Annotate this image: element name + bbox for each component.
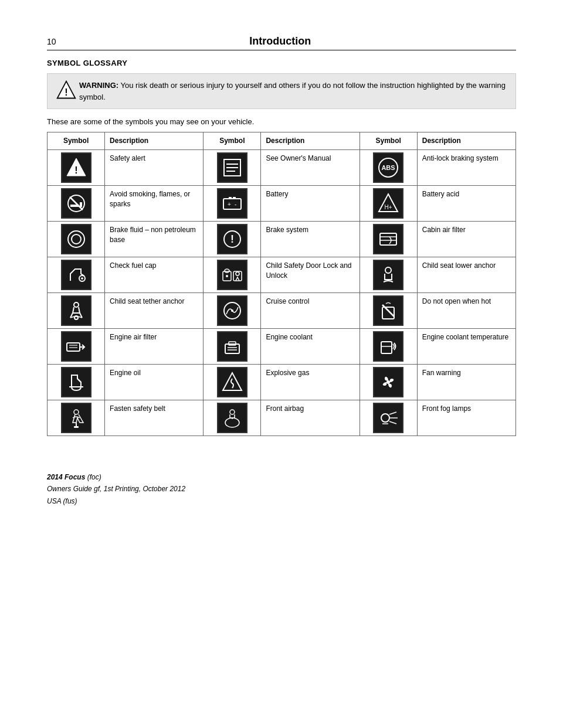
col-header-symbol2: Symbol (204, 132, 261, 150)
symbol-cell (204, 149, 261, 185)
footer-region-line: USA (fus) (47, 495, 516, 507)
col-header-symbol3: Symbol (359, 132, 417, 150)
desc-cell: Child seat tether anchor (105, 292, 204, 328)
table-row: Brake fluid – non petroleum base ! Brake… (48, 221, 516, 257)
desc-cell: Cruise control (261, 292, 359, 328)
symbol-cell: H+ (359, 185, 417, 221)
symbol-cell (48, 185, 105, 221)
svg-text:+: + (228, 201, 231, 207)
symbol-cell (359, 257, 417, 292)
svg-text:!: ! (65, 87, 67, 97)
symbol-cell (204, 257, 261, 292)
battery-acid-icon: H+ (373, 188, 403, 219)
svg-rect-32 (225, 269, 229, 273)
svg-point-33 (226, 275, 228, 277)
safety-alert-icon: ! (61, 152, 91, 183)
footer-guide-line: Owners Guide gf, 1st Printing, October 2… (47, 483, 516, 495)
symbol-cell (204, 364, 261, 400)
warning-label: WARNING: (79, 81, 118, 90)
desc-cell: Safety alert (105, 149, 204, 185)
brake-system-icon: ! (217, 224, 247, 254)
svg-point-59 (225, 418, 239, 427)
desc-cell: Engine oil (105, 364, 204, 400)
symbol-cell (48, 292, 105, 328)
symbol-cell (359, 364, 417, 400)
front-fog-lamps-icon (373, 403, 403, 433)
engine-coolant-icon (217, 331, 247, 362)
svg-point-36 (385, 267, 391, 273)
page-number: 10 (47, 37, 56, 46)
desc-cell: Fasten safety belt (105, 400, 204, 436)
desc-cell: Do not open when hot (417, 292, 515, 328)
abs-icon: ABS (373, 152, 403, 183)
col-header-symbol1: Symbol (48, 132, 105, 150)
warning-triangle-icon: ! (56, 80, 73, 97)
section-heading: SYMBOL GLOSSARY (47, 59, 516, 67)
symbol-cell (48, 364, 105, 400)
symbol-cell: ! (48, 149, 105, 185)
svg-point-21 (68, 231, 84, 247)
symbol-cell (204, 400, 261, 436)
desc-cell: Engine air filter (105, 328, 204, 364)
child-safety-door-lock-icon (217, 260, 247, 290)
engine-coolant-temp-icon (373, 331, 403, 362)
svg-point-40 (231, 309, 233, 312)
svg-point-35 (236, 272, 239, 275)
warning-text: WARNING: You risk death or serious injur… (79, 80, 507, 103)
svg-rect-50 (381, 342, 392, 353)
col-header-desc2: Description (261, 132, 359, 150)
cabin-air-filter-icon (373, 224, 403, 254)
svg-text:H+: H+ (385, 204, 392, 210)
symbol-cell (359, 328, 417, 364)
page-footer: 2014 Focus (foc) Owners Guide gf, 1st Pr… (47, 471, 516, 507)
svg-rect-25 (380, 233, 396, 245)
svg-rect-14 (223, 199, 241, 209)
fasten-safety-belt-icon (61, 403, 91, 433)
front-airbag-icon (217, 403, 247, 433)
svg-line-62 (389, 412, 396, 414)
svg-point-55 (74, 410, 79, 414)
svg-text:-: - (235, 201, 236, 207)
svg-text:!: ! (230, 233, 234, 245)
desc-cell: Brake fluid – non petroleum base (105, 221, 204, 257)
symbol-cell: ABS (359, 149, 417, 185)
footer-region-code: (fus) (63, 497, 77, 505)
child-seat-lower-anchor-icon (373, 260, 403, 290)
table-row: Engine air filter Engine coolant (48, 328, 516, 364)
desc-cell: Child Safety Door Lock and Unlock (261, 257, 359, 292)
warning-body: You risk death or serious injury to your… (79, 81, 506, 101)
svg-point-58 (230, 410, 235, 414)
desc-cell: Child seat lower anchor (417, 257, 515, 292)
svg-rect-13 (80, 202, 82, 207)
check-fuel-cap-icon (61, 260, 91, 290)
footer-model-code: (foc) (87, 473, 101, 481)
svg-rect-57 (74, 426, 79, 428)
desc-cell: Battery (261, 185, 359, 221)
page-header: 10 Introduction (47, 35, 516, 50)
svg-text:ABS: ABS (382, 164, 395, 171)
brake-fluid-icon (61, 224, 91, 254)
svg-rect-16 (233, 197, 236, 199)
table-row: ! Safety alert See Owner's Manual (48, 149, 516, 185)
page-title: Introduction (56, 35, 504, 47)
table-row: Avoid smoking, flames, or sparks + - Bat… (48, 185, 516, 221)
intro-text: These are some of the symbols you may se… (47, 117, 516, 126)
svg-line-64 (389, 421, 396, 424)
desc-cell: Front fog lamps (417, 400, 515, 436)
desc-cell: Check fuel cap (105, 257, 204, 292)
svg-text:!: ! (74, 165, 77, 175)
engine-oil-icon (61, 367, 91, 397)
svg-point-22 (72, 234, 81, 244)
svg-rect-43 (67, 343, 80, 351)
explosive-gas-icon (217, 367, 247, 397)
desc-cell: See Owner's Manual (261, 149, 359, 185)
svg-point-61 (381, 414, 389, 422)
symbol-cell (204, 328, 261, 364)
symbol-cell (204, 292, 261, 328)
no-smoking-icon (61, 188, 91, 219)
desc-cell: Anti-lock braking system (417, 149, 515, 185)
symbol-cell (359, 221, 417, 257)
table-row: Check fuel cap Child Safety Door Lock an… (48, 257, 516, 292)
desc-cell: Brake system (261, 221, 359, 257)
symbol-cell (48, 257, 105, 292)
